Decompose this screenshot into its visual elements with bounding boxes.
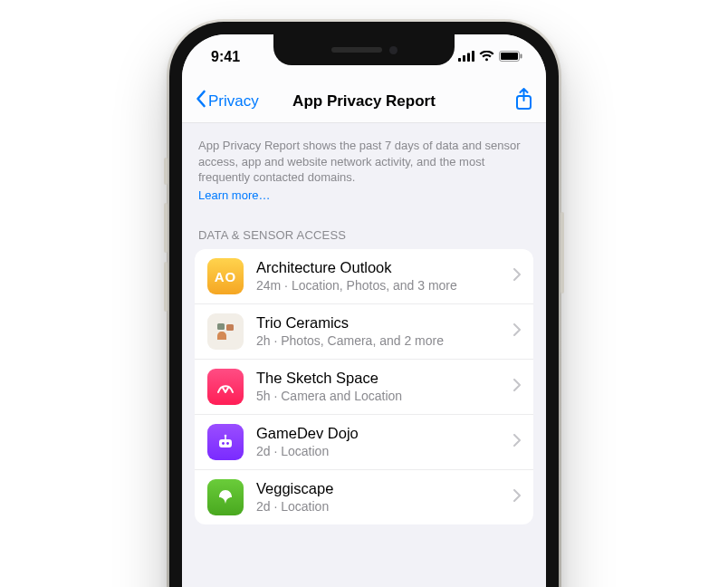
app-name: GameDev Dojo <box>256 425 501 443</box>
list-item[interactable]: Veggiscape 2d · Location <box>195 470 533 524</box>
cellular-icon <box>458 49 474 65</box>
app-icon-sketch-space <box>207 369 244 405</box>
phone-device: 9:41 Privacy App Privacy Report <box>169 22 559 587</box>
speaker-grill <box>331 47 382 53</box>
share-button[interactable] <box>514 88 533 115</box>
app-icon-trio-ceramics <box>207 313 244 350</box>
svg-point-12 <box>226 442 229 445</box>
app-icon-veggiscape <box>207 479 244 515</box>
app-name: Veggiscape <box>256 480 501 498</box>
volume-down-button <box>164 262 168 312</box>
wifi-icon <box>479 49 494 65</box>
svg-point-11 <box>222 442 225 445</box>
notch <box>273 34 455 65</box>
app-name: Trio Ceramics <box>256 314 501 332</box>
share-icon <box>514 99 533 114</box>
app-subtext: 2h · Photos, Camera, and 2 more <box>256 333 501 349</box>
svg-rect-2 <box>467 53 470 63</box>
app-subtext: 24m · Location, Photos, and 3 more <box>256 278 501 294</box>
app-name: Architecture Outlook <box>256 259 501 277</box>
content: App Privacy Report shows the past 7 days… <box>182 123 546 524</box>
app-subtext: 2d · Location <box>256 444 501 459</box>
back-label: Privacy <box>208 92 259 111</box>
svg-rect-10 <box>219 439 232 447</box>
svg-rect-6 <box>521 54 522 59</box>
mute-switch <box>164 158 168 185</box>
chevron-left-icon <box>195 90 206 112</box>
list-item[interactable]: AO Architecture Outlook 24m · Location, … <box>195 249 533 304</box>
app-subtext: 5h · Camera and Location <box>256 389 501 404</box>
battery-icon <box>499 49 522 65</box>
svg-rect-0 <box>458 58 461 62</box>
svg-rect-5 <box>501 53 518 60</box>
chevron-right-icon <box>513 268 521 284</box>
chevron-right-icon <box>513 323 521 340</box>
phone-screen: 9:41 Privacy App Privacy Report <box>182 34 546 587</box>
volume-up-button <box>164 203 168 253</box>
svg-rect-9 <box>226 324 234 331</box>
list-item[interactable]: The Sketch Space 5h · Camera and Locatio… <box>195 360 533 415</box>
app-name: The Sketch Space <box>256 370 501 388</box>
front-camera <box>389 46 398 54</box>
intro-text: App Privacy Report shows the past 7 days… <box>198 139 521 184</box>
app-icon-gamedev-dojo <box>207 424 244 460</box>
list-item[interactable]: GameDev Dojo 2d · Location <box>195 415 533 470</box>
power-button <box>560 212 564 294</box>
app-subtext: 2d · Location <box>256 499 501 515</box>
svg-rect-1 <box>463 55 465 62</box>
intro-block: App Privacy Report shows the past 7 days… <box>182 123 546 212</box>
app-icon-architecture-outlook: AO <box>207 258 244 294</box>
back-button[interactable]: Privacy <box>195 90 259 112</box>
nav-bar: Privacy App Privacy Report <box>182 80 546 123</box>
svg-point-14 <box>225 435 227 438</box>
chevron-right-icon <box>513 489 521 505</box>
chevron-right-icon <box>513 434 521 450</box>
app-list: AO Architecture Outlook 24m · Location, … <box>195 249 533 524</box>
svg-rect-3 <box>472 51 474 62</box>
learn-more-link[interactable]: Learn more… <box>198 188 270 204</box>
list-item[interactable]: Trio Ceramics 2h · Photos, Camera, and 2… <box>195 304 533 360</box>
section-header: DATA & SENSOR ACCESS <box>182 212 546 249</box>
chevron-right-icon <box>513 379 521 395</box>
svg-rect-8 <box>217 323 225 330</box>
status-time: 9:41 <box>211 49 240 65</box>
